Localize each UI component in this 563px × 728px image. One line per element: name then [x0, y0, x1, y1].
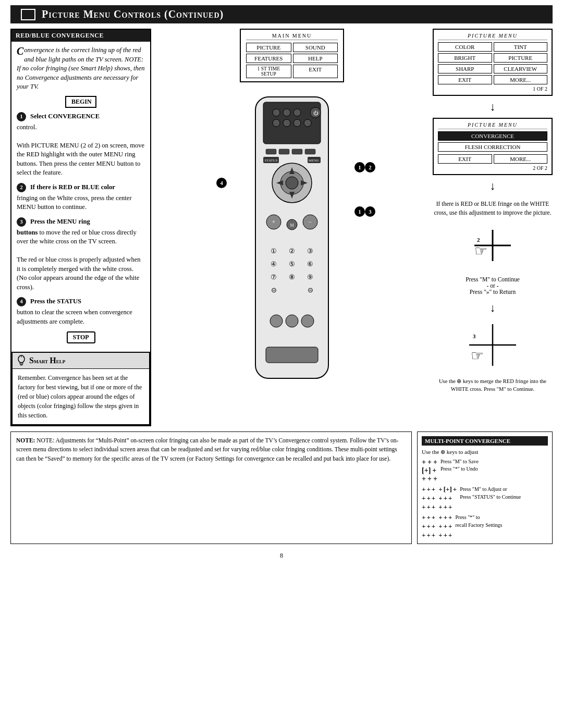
- picture-menu-2-label: PICTURE MENU: [438, 122, 547, 129]
- center-panel: MAIN MENU PICTURE SOUND FEATURES HELP 1 …: [156, 29, 427, 426]
- press-m-text: Press "M" to Continue - or - Press "»" t…: [433, 276, 553, 295]
- page-footer: 8: [10, 552, 553, 560]
- svg-text:⏻: ⏻: [313, 110, 319, 116]
- pm2-items: CONVERGENCE FLESH CORRECTION: [438, 131, 547, 152]
- multipoint-header: MULTI-POINT CONVERGENCE: [422, 436, 548, 446]
- page-title-bar: Picture Menu Controls (Continued): [10, 5, 553, 23]
- step-label-1-mid: 1: [354, 206, 365, 217]
- svg-point-14: [273, 119, 280, 127]
- mp-g3-r1: +[+]+: [438, 485, 457, 493]
- note-text: NOTE: Adjustments for “Multi-Point” on-s…: [16, 437, 398, 462]
- svg-text:②: ②: [289, 247, 295, 255]
- main-menu-grid: PICTURE SOUND FEATURES HELP 1 ST TIME SE…: [246, 43, 338, 78]
- smart-help-header: Smart Help: [13, 353, 149, 369]
- mp-g2-r2: +++: [422, 494, 435, 502]
- remote-svg: ⏻: [235, 92, 349, 394]
- intro-text: C onvergence is the correct lining up of…: [17, 46, 145, 92]
- svg-point-16: [293, 119, 301, 127]
- step-2-body: fringing on the White cross, press the c…: [17, 194, 145, 212]
- mp-side-note-2: Press "M" to Adjust orPress "STATUS" to …: [460, 485, 548, 511]
- title-box-icon: [21, 9, 35, 20]
- menu-item-1st-time: 1 ST TIME SETUP: [246, 65, 291, 78]
- mp-grid-2: +++ +++ +++: [422, 485, 435, 511]
- pm1-clearview: CLEARVIEW: [494, 64, 548, 73]
- step-label-1-top: 1: [354, 162, 365, 172]
- mp-g2-r3: +++: [422, 503, 435, 511]
- step-3-num: 3: [17, 217, 26, 227]
- multipoint-use-keys: Use the ⊕ keys to adjust: [422, 449, 548, 455]
- right-panel: PICTURE MENU COLOR TINT BRIGHT PICTURE S…: [433, 29, 553, 426]
- lightbulb-icon: [17, 355, 26, 366]
- step-3: 3 Press the MENU ring buttons to move th…: [17, 217, 145, 292]
- begin-button: BEGIN: [65, 96, 96, 108]
- plus-1: +: [422, 458, 426, 466]
- cross-area-3: ☞ 3: [433, 322, 553, 371]
- main-menu-box: MAIN MENU PICTURE SOUND FEATURES HELP 1 …: [240, 29, 344, 82]
- plus-5: +: [422, 475, 426, 483]
- smart-help-title: Smart Help: [29, 356, 65, 365]
- pm2-flesh: FLESH CORRECTION: [438, 142, 547, 152]
- svg-rect-49: [266, 347, 318, 363]
- pm2-convergence: CONVERGENCE: [438, 131, 547, 141]
- svg-text:⑥: ⑥: [307, 260, 313, 268]
- svg-point-13: [293, 109, 301, 116]
- step-1-body: control. With PICTURE MENU (2 of 2) on s…: [17, 123, 145, 178]
- mp-side-note-3: Press "*" torecall Factory Settings: [456, 513, 548, 539]
- mp-g2-r1: +++: [422, 485, 435, 493]
- svg-rect-18: [266, 149, 276, 154]
- mp-g3-r3: +++: [438, 503, 457, 511]
- svg-text:⑤: ⑤: [289, 260, 295, 268]
- note-bold: NOTE:: [16, 437, 35, 443]
- svg-text:2: 2: [477, 237, 480, 243]
- mp-g4-r3: +++: [422, 531, 435, 539]
- plus-7: +: [433, 475, 437, 483]
- svg-point-48: [301, 315, 314, 327]
- pm1-page: 1 OF 2: [438, 86, 547, 92]
- pm1-tint: TINT: [494, 42, 548, 52]
- mp-row-3: +++ +++ +++ +++ +++ +++: [422, 513, 548, 539]
- mp-grid-1: + + + [+] + + + +: [422, 458, 437, 483]
- plus-4: +: [432, 466, 436, 475]
- svg-text:⑨: ⑨: [307, 273, 313, 281]
- svg-point-12: [283, 109, 290, 116]
- svg-text:④: ④: [271, 260, 277, 268]
- svg-point-24: [286, 177, 298, 189]
- remote-container: 1 2 1 3 4 ⏻: [224, 92, 360, 394]
- mp-g5-r2: +++: [438, 522, 452, 530]
- cross-diagram-1: ☞ 2: [472, 227, 513, 264]
- plus-6: +: [427, 475, 432, 483]
- multipoint-box: MULTI-POINT CONVERGENCE Use the ⊕ keys t…: [417, 431, 553, 544]
- svg-point-15: [283, 119, 290, 127]
- svg-rect-21: [305, 149, 315, 154]
- big-c: C: [17, 46, 23, 56]
- picture-menu-1-grid: COLOR TINT BRIGHT PICTURE SHARP CLEARVIE…: [438, 42, 547, 84]
- mp-g4-r1: +++: [422, 513, 435, 522]
- mp-side-note-1: Press "M" to SavePress "*" to Undo: [440, 458, 548, 483]
- step-2-title: If there is RED or BLUE color: [30, 183, 115, 192]
- step-4-body: button to clear the screen when converge…: [17, 308, 145, 326]
- note-left: NOTE: NOTE: Adjustments for “Multi-Point…: [10, 431, 412, 544]
- step-label-2: 2: [365, 162, 375, 172]
- step-1-num: 1: [17, 112, 26, 121]
- menu-item-features: FEATURES: [246, 54, 291, 63]
- step-1-title: Select CONVERGENCE: [30, 112, 100, 121]
- bracket-left: [+]: [422, 466, 431, 475]
- convergence-note: If there is RED or BLUE fringe on the WH…: [433, 200, 553, 218]
- step-label-4: 4: [216, 178, 227, 188]
- cross-text-3: Use the ⊕ keys to merge the RED fringe i…: [433, 377, 553, 394]
- mp-row-2: +++ +++ +++ +[+]+ +++ +++: [422, 485, 548, 511]
- arrow-down-2: ↓: [433, 180, 553, 192]
- step-2: 2 If there is RED or BLUE color fringing…: [17, 183, 145, 212]
- mp-g4-r2: +++: [422, 522, 435, 530]
- bottom-area: NOTE: NOTE: Adjustments for “Multi-Point…: [10, 431, 553, 544]
- pm1-color: COLOR: [438, 42, 492, 52]
- menu-item-sound: SOUND: [293, 43, 338, 52]
- plus-2: +: [427, 458, 432, 466]
- mp-grid-4: +++ +++ +++: [422, 513, 435, 539]
- svg-text:MENU: MENU: [309, 158, 320, 163]
- step-4: 4 Press the STATUS button to clear the s…: [17, 297, 145, 326]
- mp-g5-r3: +++: [438, 531, 452, 539]
- svg-point-47: [286, 315, 298, 327]
- plus-3: +: [433, 458, 437, 466]
- pm1-bright: BRIGHT: [438, 53, 492, 63]
